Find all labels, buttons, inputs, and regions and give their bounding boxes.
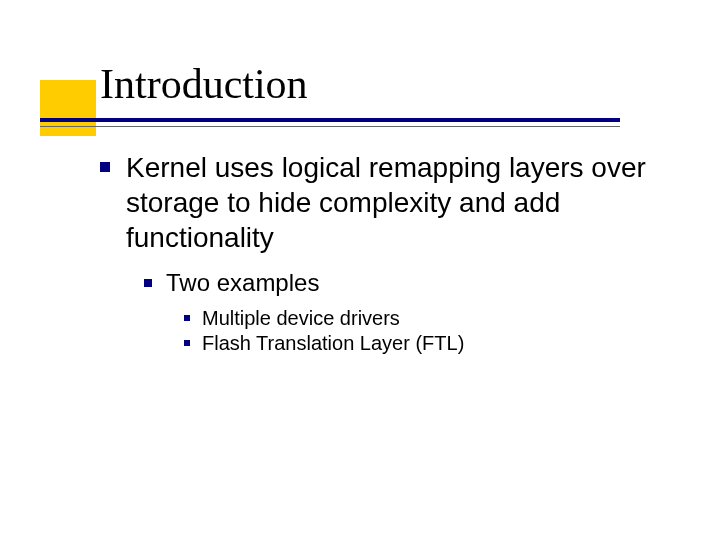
- bullet-icon: [100, 162, 110, 172]
- bullet-icon: [144, 279, 152, 287]
- slide-body: Kernel uses logical remapping layers ove…: [100, 150, 660, 355]
- bullet-text: Two examples: [166, 269, 319, 297]
- bullet-icon: [184, 315, 190, 321]
- title-underline-thin: [40, 126, 620, 127]
- bullet-text: Flash Translation Layer (FTL): [202, 332, 464, 355]
- slide: Introduction Kernel uses logical remappi…: [0, 0, 720, 540]
- list-item: Kernel uses logical remapping layers ove…: [100, 150, 660, 255]
- accent-square: [40, 80, 96, 136]
- title-underline-thick: [40, 118, 620, 122]
- bullet-text: Kernel uses logical remapping layers ove…: [126, 150, 660, 255]
- slide-title: Introduction: [100, 60, 308, 108]
- list-item: Two examples: [144, 269, 660, 297]
- list-item: Multiple device drivers: [184, 307, 660, 330]
- bullet-icon: [184, 340, 190, 346]
- list-item: Flash Translation Layer (FTL): [184, 332, 660, 355]
- bullet-text: Multiple device drivers: [202, 307, 400, 330]
